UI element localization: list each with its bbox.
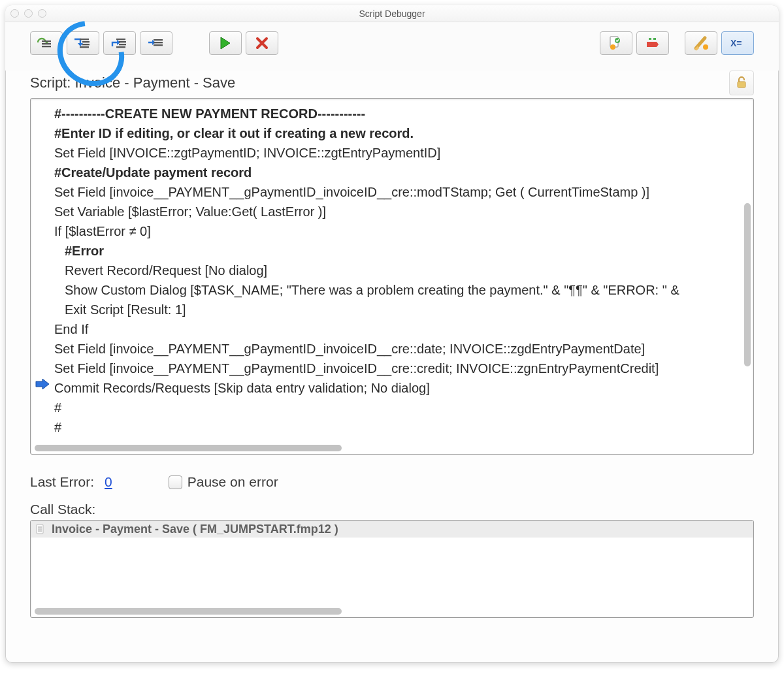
svg-rect-6: [80, 46, 89, 48]
call-stack-row-label: Invoice - Payment - Save ( FM_JUMPSTART.…: [52, 523, 338, 536]
halt-button[interactable]: [246, 31, 278, 55]
script-line: #----------CREATE NEW PAYMENT RECORD----…: [54, 104, 735, 123]
pause-on-error-checkbox[interactable]: [169, 475, 182, 489]
script-line: If [$lastError ≠ 0]: [54, 221, 735, 241]
svg-rect-3: [80, 39, 89, 40]
script-line: #Create/Update payment record: [54, 163, 735, 182]
content-area: Script: Invoice - Payment - Save #------…: [5, 71, 779, 663]
step-into-button[interactable]: [67, 31, 99, 55]
call-stack-label: Call Stack:: [30, 502, 754, 517]
svg-rect-1: [42, 43, 51, 44]
breakpoints-button[interactable]: [636, 31, 669, 55]
window-title: Script Debugger: [5, 8, 779, 19]
script-icon: [35, 523, 46, 535]
svg-rect-7: [116, 39, 125, 40]
call-stack-scrollbar[interactable]: [31, 607, 753, 617]
script-line: Exit Script [Result: 1]: [54, 300, 735, 319]
toolbar: X=: [5, 22, 779, 71]
edit-script-button[interactable]: [600, 31, 632, 55]
svg-rect-9: [119, 44, 126, 45]
set-next-step-button[interactable]: [140, 31, 172, 55]
script-line: #: [54, 417, 735, 437]
step-out-button[interactable]: [103, 31, 136, 55]
run-button[interactable]: [209, 31, 242, 55]
script-scroll[interactable]: #----------CREATE NEW PAYMENT RECORD----…: [31, 99, 753, 443]
step-over-button[interactable]: [30, 31, 63, 55]
clear-breakpoints-button[interactable]: [685, 31, 717, 55]
svg-rect-2: [42, 46, 51, 47]
script-line: Set Field [INVOICE::zgtPaymentID; INVOIC…: [54, 143, 735, 163]
script-line: Set Variable [$lastError; Value:Get( Las…: [54, 202, 735, 221]
script-name-label: Script: Invoice - Payment - Save: [30, 74, 235, 91]
svg-rect-22: [738, 82, 745, 88]
svg-rect-8: [119, 41, 126, 42]
pause-on-error-label: Pause on error: [188, 474, 278, 490]
svg-rect-10: [116, 46, 125, 48]
call-stack-row[interactable]: Invoice - Payment - Save ( FM_JUMPSTART.…: [31, 521, 753, 538]
script-line: End If: [54, 319, 735, 339]
svg-rect-12: [154, 42, 163, 43]
svg-text:X=: X=: [730, 38, 742, 48]
horizontal-scrollbar[interactable]: [31, 443, 753, 454]
svg-rect-5: [82, 44, 90, 45]
debugger-window: Script Debugger: [5, 5, 779, 663]
last-error-value[interactable]: 0: [105, 474, 112, 490]
svg-rect-13: [154, 44, 163, 46]
script-line: Revert Record/Request [No dialog]: [54, 261, 735, 280]
script-line: Commit Records/Requests [Skip data entry…: [54, 378, 735, 398]
data-viewer-button[interactable]: X=: [721, 31, 754, 55]
titlebar: Script Debugger: [5, 5, 779, 22]
script-line: #Error: [54, 241, 735, 261]
lock-button[interactable]: [729, 71, 754, 95]
script-pane[interactable]: #----------CREATE NEW PAYMENT RECORD----…: [30, 98, 754, 455]
svg-rect-11: [154, 39, 163, 40]
script-line: #: [54, 398, 735, 417]
last-error-label: Last Error:: [30, 474, 94, 490]
current-line-arrow-icon: [35, 378, 50, 390]
svg-rect-4: [82, 41, 90, 42]
script-line: #Enter ID if editing, or clear it out if…: [54, 123, 735, 143]
script-line: Set Field [invoice__PAYMENT__gPaymentID_…: [54, 359, 735, 378]
svg-rect-0: [42, 40, 51, 42]
script-line: Set Field [invoice__PAYMENT__gPaymentID_…: [54, 182, 735, 202]
error-row: Last Error: 0 Pause on error: [30, 474, 754, 490]
svg-rect-18: [653, 38, 656, 40]
call-stack-pane[interactable]: Invoice - Payment - Save ( FM_JUMPSTART.…: [30, 520, 754, 618]
svg-point-16: [610, 44, 615, 50]
svg-point-20: [703, 44, 708, 50]
script-line: Show Custom Dialog [$TASK_NAME; "There w…: [54, 280, 735, 300]
script-line: Set Field [invoice__PAYMENT__gPaymentID_…: [54, 339, 735, 359]
vertical-scrollbar[interactable]: [743, 101, 752, 441]
svg-rect-17: [649, 38, 651, 40]
